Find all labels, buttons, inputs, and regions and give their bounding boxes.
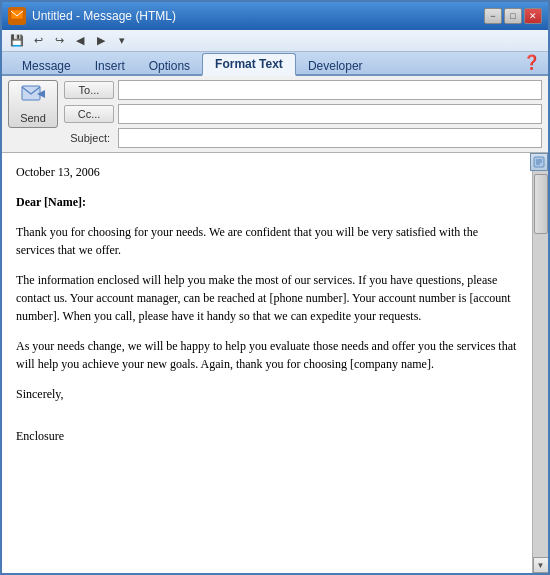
help-icon[interactable]: ❓ <box>523 54 540 74</box>
to-row: To... <box>64 80 542 100</box>
address-fields: To... Cc... Subject: <box>64 80 542 150</box>
email-body[interactable]: October 13, 2006 Dear [Name]: Thank you … <box>2 153 532 573</box>
to-input[interactable] <box>118 80 542 100</box>
quick-access-dropdown[interactable]: ▾ <box>113 32 131 50</box>
svg-rect-0 <box>11 10 23 19</box>
app-icon <box>8 7 26 25</box>
cc-input[interactable] <box>118 104 542 124</box>
save-quick-btn[interactable]: 💾 <box>8 32 26 50</box>
redo-btn[interactable]: ↪ <box>50 32 68 50</box>
svg-rect-1 <box>22 86 40 100</box>
cc-row: Cc... <box>64 104 542 124</box>
email-closing: Sincerely, <box>16 385 518 403</box>
email-paragraph3: As your needs change, we will be happy t… <box>16 337 518 373</box>
subject-input[interactable] <box>118 128 542 148</box>
subject-row: Subject: <box>64 128 542 148</box>
tab-insert[interactable]: Insert <box>83 56 137 76</box>
minimize-button[interactable]: − <box>484 8 502 24</box>
scroll-track[interactable] <box>533 169 548 557</box>
subject-label: Subject: <box>64 132 114 144</box>
email-date: October 13, 2006 <box>16 163 518 181</box>
undo-btn[interactable]: ↩ <box>29 32 47 50</box>
window-title: Untitled - Message (HTML) <box>32 9 484 23</box>
email-greeting: Dear [Name]: <box>16 193 518 211</box>
send-label: Send <box>20 112 46 124</box>
tab-options[interactable]: Options <box>137 56 202 76</box>
format-icon[interactable] <box>530 153 548 171</box>
main-content: October 13, 2006 Dear [Name]: Thank you … <box>2 153 548 573</box>
forward-btn[interactable]: ▶ <box>92 32 110 50</box>
to-button[interactable]: To... <box>64 81 114 99</box>
maximize-button[interactable]: □ <box>504 8 522 24</box>
ribbon-tabs: Message Insert Options Format Text Devel… <box>2 52 548 76</box>
send-button[interactable]: Send <box>8 80 58 128</box>
close-button[interactable]: ✕ <box>524 8 542 24</box>
send-icon <box>21 84 45 110</box>
window-controls: − □ ✕ <box>484 8 542 24</box>
scroll-thumb[interactable] <box>534 174 548 234</box>
vertical-scrollbar[interactable]: ▲ ▼ <box>532 153 548 573</box>
tab-developer[interactable]: Developer <box>296 56 375 76</box>
cc-button[interactable]: Cc... <box>64 105 114 123</box>
compose-header: Send To... Cc... Subject: <box>2 76 548 153</box>
tab-message[interactable]: Message <box>10 56 83 76</box>
back-btn[interactable]: ◀ <box>71 32 89 50</box>
email-paragraph2: The information enclosed will help you m… <box>16 271 518 325</box>
email-paragraph1: Thank you for choosing for your needs. W… <box>16 223 518 259</box>
scroll-down-btn[interactable]: ▼ <box>533 557 549 573</box>
tab-format-text[interactable]: Format Text <box>202 53 296 76</box>
email-enclosure: Enclosure <box>16 427 518 445</box>
quick-access-toolbar: 💾 ↩ ↪ ◀ ▶ ▾ <box>2 30 548 52</box>
title-bar: Untitled - Message (HTML) − □ ✕ <box>2 2 548 30</box>
